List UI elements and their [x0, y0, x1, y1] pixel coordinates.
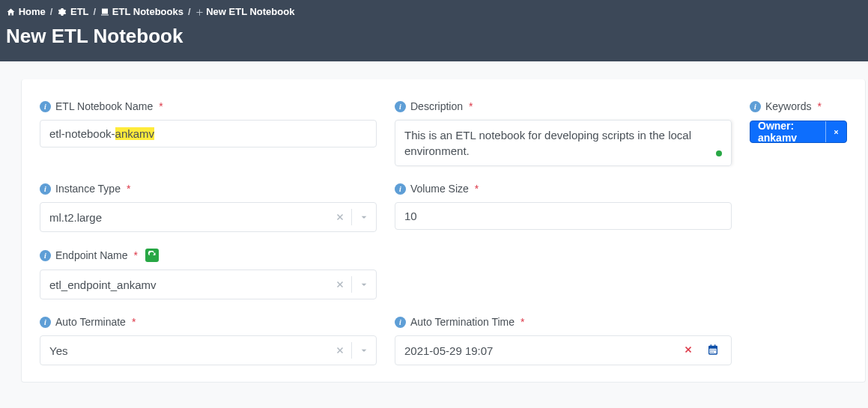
breadcrumb-sep: / [94, 6, 97, 17]
close-icon [335, 345, 345, 356]
description-textarea[interactable]: This is an ETL notebook for developing s… [395, 120, 732, 166]
info-icon[interactable]: i [40, 101, 51, 112]
breadcrumb-current: New ETL Notebook [195, 6, 295, 17]
close-icon [335, 212, 345, 222]
field-auto-termination-time: i Auto Termination Time * 2021-05-29 19:… [395, 316, 732, 365]
label-keywords: Keywords [765, 100, 811, 112]
field-notebook-name: i ETL Notebook Name * etl-notebook-ankam… [40, 100, 377, 166]
label-auto-terminate: Auto Terminate [55, 316, 126, 328]
auto-termination-time-value: 2021-05-29 19:07 [404, 344, 673, 357]
page-title: New ETL Notebook [6, 25, 862, 48]
field-volume-size: i Volume Size * [395, 183, 732, 232]
auto-terminate-value: Yes [49, 344, 329, 357]
required-marker: * [159, 100, 163, 112]
chevron-down-icon [358, 344, 370, 356]
page-header: Home / ETL / ETL Notebooks / New ETL Not… [0, 0, 868, 61]
auto-terminate-select[interactable]: Yes [40, 335, 377, 365]
volume-size-input[interactable] [395, 202, 732, 230]
required-marker: * [469, 100, 473, 112]
info-icon[interactable]: i [750, 101, 761, 112]
instance-type-select[interactable]: ml.t2.large [40, 202, 377, 232]
termination-time-calendar[interactable] [704, 344, 722, 358]
close-icon [683, 344, 694, 355]
name-highlight: ankamv [115, 127, 155, 140]
endpoint-name-dropdown[interactable] [352, 270, 376, 299]
info-icon[interactable]: i [395, 101, 406, 112]
required-marker: * [475, 183, 479, 195]
name-prefix: etl-notebook- [49, 127, 115, 140]
breadcrumb-home[interactable]: Home [6, 6, 46, 17]
auto-terminate-dropdown[interactable] [352, 336, 376, 365]
breadcrumb-current-label: New ETL Notebook [206, 6, 294, 17]
close-icon [335, 279, 345, 290]
calendar-icon [707, 344, 719, 356]
notebook-name-input[interactable]: etl-notebook-ankamv [40, 120, 377, 147]
endpoint-refresh-button[interactable] [145, 249, 159, 262]
keyword-tag-remove[interactable] [825, 121, 846, 142]
field-description: i Description * This is an ETL notebook … [395, 100, 732, 166]
label-instance-type: Instance Type [55, 183, 121, 195]
breadcrumb-notebooks[interactable]: ETL Notebooks [100, 6, 183, 17]
auto-termination-time-input[interactable]: 2021-05-29 19:07 [395, 335, 732, 365]
breadcrumb: Home / ETL / ETL Notebooks / New ETL Not… [6, 6, 862, 17]
breadcrumb-home-label: Home [19, 6, 46, 17]
breadcrumb-sep: / [50, 6, 53, 17]
breadcrumb-etl[interactable]: ETL [57, 6, 88, 17]
chevron-down-icon [358, 211, 370, 223]
field-keywords: i Keywords * Owner: ankamv [750, 100, 847, 166]
plus-icon [195, 8, 204, 16]
label-auto-termination-time: Auto Termination Time [410, 316, 515, 328]
auto-terminate-clear[interactable] [329, 336, 351, 365]
endpoint-name-value: etl_endpoint_ankamv [49, 278, 329, 291]
termination-time-clear[interactable] [673, 343, 704, 359]
instance-type-dropdown[interactable] [352, 203, 376, 231]
instance-type-value: ml.t2.large [49, 211, 329, 224]
info-icon[interactable]: i [395, 183, 406, 195]
field-instance-type: i Instance Type * ml.t2.large [40, 183, 377, 232]
keyword-tag: Owner: ankamv [750, 121, 847, 143]
info-icon[interactable]: i [40, 317, 51, 328]
info-icon[interactable]: i [40, 183, 51, 195]
notebook-icon [100, 7, 109, 16]
close-icon [833, 129, 840, 136]
breadcrumb-etl-label: ETL [70, 6, 89, 17]
home-icon [6, 7, 16, 16]
field-endpoint-name: i Endpoint Name * etl_endpoint_ankamv [40, 249, 377, 299]
keyword-tag-label: Owner: ankamv [750, 121, 825, 142]
refresh-icon [148, 251, 157, 260]
label-volume-size: Volume Size [410, 183, 469, 195]
required-marker: * [127, 183, 130, 195]
label-endpoint-name: Endpoint Name [55, 249, 128, 261]
required-marker: * [521, 316, 524, 328]
required-marker: * [132, 316, 136, 328]
instance-type-clear[interactable] [329, 203, 351, 231]
required-marker: * [817, 100, 821, 112]
gears-icon [57, 7, 67, 16]
endpoint-name-select[interactable]: etl_endpoint_ankamv [40, 270, 377, 299]
chevron-down-icon [358, 278, 370, 290]
info-icon[interactable]: i [40, 250, 51, 261]
description-value: This is an ETL notebook for developing s… [404, 127, 722, 159]
status-dot-icon [716, 150, 722, 156]
info-icon[interactable]: i [395, 317, 406, 328]
required-marker: * [134, 249, 138, 261]
field-auto-terminate: i Auto Terminate * Yes [40, 316, 377, 365]
label-description: Description [410, 100, 463, 112]
endpoint-name-clear[interactable] [329, 270, 351, 299]
breadcrumb-sep: / [188, 6, 191, 17]
resize-handle[interactable] [723, 157, 730, 165]
form-card: i ETL Notebook Name * etl-notebook-ankam… [21, 79, 866, 383]
label-name: ETL Notebook Name [55, 100, 153, 112]
breadcrumb-notebooks-label: ETL Notebooks [112, 6, 183, 17]
